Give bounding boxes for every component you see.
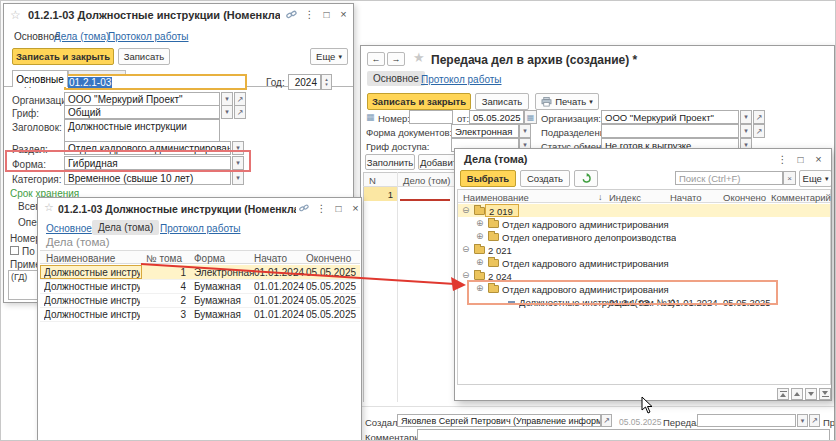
back-button[interactable]: ← bbox=[367, 52, 385, 66]
tree-label[interactable]: Отдел кадрового администрирования bbox=[502, 219, 669, 230]
doc-form-field[interactable]: Электронная bbox=[451, 124, 519, 138]
window-menu-icon[interactable]: ⋮ bbox=[302, 7, 317, 21]
cell-end[interactable]: 05.05.2025 bbox=[306, 281, 356, 292]
save-button[interactable]: Записать bbox=[118, 48, 170, 65]
date-field[interactable]: 05.05.2025 bbox=[469, 110, 524, 124]
header-field[interactable]: Должностные инструкции bbox=[64, 119, 220, 143]
get-link-icon[interactable] bbox=[296, 201, 311, 215]
maximize-icon[interactable]: □ bbox=[793, 152, 808, 166]
spinner-down-icon[interactable]: ▾ bbox=[325, 82, 328, 87]
close-icon[interactable]: × bbox=[348, 201, 362, 215]
tab-protokol[interactable]: Протокол работы bbox=[108, 31, 189, 42]
collapse-icon[interactable]: ⊖ bbox=[462, 245, 470, 254]
nav-first-button[interactable] bbox=[777, 388, 789, 400]
created-field[interactable]: Яковлев Сергей Петрович (Управление инфо… bbox=[397, 414, 601, 427]
nav-next-button[interactable] bbox=[805, 388, 817, 400]
handed-field[interactable] bbox=[697, 414, 796, 427]
tab-osnovnoe[interactable]: Основное bbox=[46, 223, 92, 234]
maximize-icon[interactable]: □ bbox=[319, 7, 334, 21]
expand-icon[interactable]: ⊕ bbox=[476, 232, 484, 241]
favorite-star-icon[interactable]: ☆ bbox=[10, 8, 21, 22]
department-dropdown[interactable]: ▾ bbox=[740, 124, 752, 138]
col-end[interactable]: Окончено bbox=[723, 192, 766, 203]
col-comment[interactable]: Комментарий bbox=[771, 192, 831, 203]
cell-name[interactable]: Должностные инструкции (том №2) bbox=[44, 295, 140, 306]
comment-field[interactable] bbox=[417, 429, 830, 441]
tree-label[interactable]: Отдел кадрового администрирования bbox=[502, 284, 669, 295]
cell-name[interactable]: Должностные инструкции (том №4) bbox=[44, 281, 140, 292]
cell-form[interactable]: Бумажная bbox=[194, 309, 241, 320]
tree-item-index[interactable]: 01.2.1-03 bbox=[609, 297, 649, 308]
cell-form[interactable]: Бумажная bbox=[194, 295, 241, 306]
department-field[interactable] bbox=[601, 124, 739, 138]
cell-start[interactable]: 01.01.2024 bbox=[254, 295, 304, 306]
handed-dropdown[interactable]: ▾ bbox=[797, 414, 808, 427]
search-input[interactable] bbox=[675, 171, 783, 185]
calendar-icon[interactable]: ▦ bbox=[524, 110, 537, 124]
cell-name[interactable]: Должностные инструкции (том №1) bbox=[44, 267, 140, 278]
organization-dropdown[interactable]: ▾ bbox=[221, 92, 233, 106]
category-dropdown[interactable]: ▾ bbox=[232, 171, 244, 185]
nav-last-button[interactable] bbox=[819, 388, 831, 400]
tab-dela-toma[interactable]: Дела (тома) bbox=[54, 31, 109, 42]
col-n[interactable]: N bbox=[369, 175, 376, 186]
col-name[interactable]: Наименование bbox=[46, 253, 115, 264]
tree-item-end[interactable]: 05.05.2025 bbox=[723, 297, 771, 308]
collapse-icon[interactable]: ⊖ bbox=[462, 271, 470, 280]
cell-start[interactable]: 01.01.2024 bbox=[254, 267, 304, 278]
forward-button[interactable]: → bbox=[387, 52, 405, 66]
window-menu-icon[interactable]: ⋮ bbox=[775, 152, 790, 166]
search-clear-icon[interactable]: × bbox=[783, 171, 796, 185]
organization-field[interactable]: ООО "Меркурий Проект" bbox=[64, 92, 220, 106]
tree-label[interactable]: 2 021 bbox=[488, 245, 512, 256]
select-button[interactable]: Выбрать bbox=[460, 170, 516, 187]
save-button[interactable]: Записать bbox=[475, 93, 529, 110]
number-field[interactable] bbox=[409, 110, 453, 124]
department-open-icon[interactable]: ↗ bbox=[753, 124, 765, 138]
col-form[interactable]: Форма bbox=[194, 253, 225, 264]
cell-start[interactable]: 01.01.2024 bbox=[254, 281, 304, 292]
nav-prev-button[interactable] bbox=[791, 388, 803, 400]
col-start[interactable]: Начато bbox=[254, 253, 287, 264]
get-link-icon[interactable] bbox=[284, 7, 299, 21]
favorite-star-icon[interactable]: ★ bbox=[413, 50, 425, 65]
form-field[interactable]: Гибридная bbox=[64, 156, 231, 170]
expand-icon[interactable]: ⊕ bbox=[476, 219, 484, 228]
doc-form-dropdown[interactable]: ▾ bbox=[519, 124, 531, 138]
print-button[interactable]: Печать▾ bbox=[535, 93, 599, 110]
year-spinner[interactable]: ▴▾ bbox=[321, 74, 332, 90]
tab-protokol[interactable]: Протокол работы bbox=[421, 74, 502, 85]
cell-end[interactable]: 05.05.2025 bbox=[306, 267, 356, 278]
tree-label[interactable]: Отдел оперативного делопроизводства bbox=[502, 232, 676, 243]
checkbox[interactable] bbox=[10, 246, 19, 255]
organization-dropdown[interactable]: ▾ bbox=[740, 110, 752, 124]
expand-icon[interactable]: ⊕ bbox=[476, 258, 484, 267]
more-button[interactable]: Еще▾ bbox=[799, 170, 832, 187]
expand-icon[interactable]: ⊕ bbox=[476, 284, 484, 293]
tree-label[interactable]: 2 024 bbox=[488, 271, 512, 282]
grif-field[interactable]: Общий bbox=[64, 105, 220, 119]
cell-end[interactable]: 05.05.2025 bbox=[306, 295, 356, 306]
cell-form[interactable]: Бумажная bbox=[194, 281, 241, 292]
cell-name[interactable]: Должностные инструкции (том №3) bbox=[44, 309, 140, 320]
index-field[interactable]: 01.2.1-03 bbox=[64, 74, 247, 90]
tree-label[interactable]: Отдел кадрового администрирования bbox=[502, 258, 669, 269]
tree-label[interactable]: 2 019 bbox=[489, 206, 513, 217]
created-open-icon[interactable]: ↗ bbox=[601, 414, 612, 427]
cell-end[interactable]: 05.05.2025 bbox=[306, 309, 356, 320]
cell-volume-no[interactable]: 1 bbox=[142, 267, 186, 278]
save-close-button[interactable]: Записать и закрыть bbox=[12, 48, 114, 65]
col-delo-tom[interactable]: Дело (том) bbox=[403, 175, 450, 186]
grif-dropdown[interactable]: ▾ bbox=[221, 105, 233, 119]
cell-volume-no[interactable]: 4 bbox=[142, 281, 186, 292]
col-end[interactable]: Окончено bbox=[306, 253, 351, 264]
col-start[interactable]: Начато bbox=[670, 192, 702, 203]
organization-field[interactable]: ООО "Меркурий Проект" bbox=[601, 110, 739, 124]
year-field[interactable]: 2024 bbox=[288, 74, 321, 90]
tab-osnovnoe[interactable]: Основное bbox=[14, 31, 60, 42]
tab-dela-toma[interactable]: Дела (тома) bbox=[92, 220, 159, 235]
close-icon[interactable]: × bbox=[811, 152, 826, 166]
organization-open-icon[interactable]: ↗ bbox=[753, 110, 765, 124]
col-name[interactable]: Наименование bbox=[463, 192, 529, 203]
save-close-button[interactable]: Записать и закрыть bbox=[367, 93, 471, 110]
